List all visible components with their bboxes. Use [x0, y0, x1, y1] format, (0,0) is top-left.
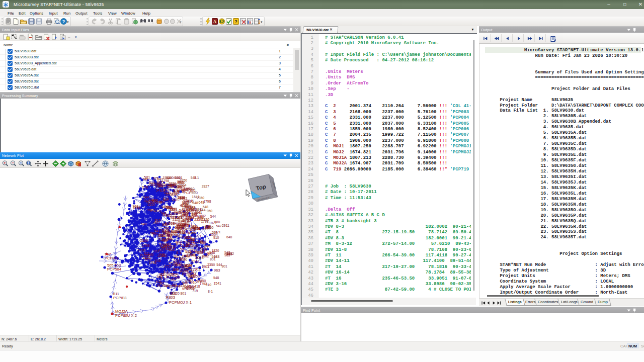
svg-text:544: 544: [210, 215, 216, 218]
svg-text:547: 547: [156, 189, 162, 192]
svg-text:2911: 2911: [196, 208, 203, 211]
svg-text:418: 418: [198, 215, 204, 219]
svg-text:2911: 2911: [193, 267, 201, 272]
svg-text:578: 578: [196, 280, 202, 283]
svg-text:?: ?: [62, 19, 65, 24]
svg-text:PCP944: PCP944: [166, 284, 180, 289]
svg-text:548: 548: [141, 222, 147, 226]
svg-text:2350: 2350: [140, 239, 148, 242]
svg-text:548: 548: [175, 263, 181, 266]
svg-text:2911: 2911: [187, 287, 195, 290]
svg-text:,: ,: [252, 20, 253, 25]
svg-text:8-1: 8-1: [208, 290, 213, 293]
svg-text:579: 579: [173, 189, 179, 193]
svg-text:2911: 2911: [169, 245, 176, 248]
svg-text:1798: 1798: [133, 206, 140, 209]
svg-text:548: 548: [213, 276, 219, 280]
svg-text:750: 750: [153, 221, 159, 225]
svg-text:418: 418: [183, 231, 189, 235]
svg-text:1021: 1021: [180, 212, 189, 217]
svg-text:1821: 1821: [186, 244, 193, 247]
svg-text:2350: 2350: [148, 183, 156, 187]
svg-text:2827: 2827: [176, 225, 184, 228]
svg-text:1798: 1798: [201, 220, 209, 223]
svg-text:910: 910: [213, 236, 219, 239]
svg-text:PCP564: PCP564: [107, 267, 121, 272]
svg-text:PCP80U X-2: PCP80U X-2: [115, 313, 137, 318]
svg-text:910: 910: [163, 188, 169, 192]
svg-text:PCP811: PCP811: [113, 296, 127, 300]
svg-text:4004: 4004: [180, 203, 189, 208]
svg-text:920: 920: [182, 208, 189, 212]
svg-text:581: 581: [144, 175, 150, 179]
svg-text:2110: 2110: [200, 248, 207, 251]
svg-text:566: 566: [150, 231, 156, 235]
svg-text:PCP590: PCP590: [184, 191, 198, 195]
svg-text:PCP544: PCP544: [182, 272, 196, 277]
svg-text:1798: 1798: [203, 200, 211, 203]
svg-text:547: 547: [216, 224, 222, 228]
svg-text:1798: 1798: [170, 207, 177, 211]
svg-text:544: 544: [180, 257, 186, 260]
svg-text:2911: 2911: [222, 224, 229, 227]
svg-text:2827: 2827: [184, 223, 192, 227]
svg-text:1798: 1798: [174, 230, 183, 234]
svg-text:548: 548: [163, 198, 169, 202]
svg-text:1020: 1020: [170, 212, 178, 215]
svg-text:1798: 1798: [149, 261, 156, 264]
svg-text:579: 579: [142, 186, 148, 189]
svg-text:544: 544: [212, 231, 218, 234]
svg-text:418: 418: [168, 230, 174, 234]
svg-text:963: 963: [214, 268, 220, 273]
svg-text:921: 921: [226, 252, 232, 256]
svg-text:941: 941: [161, 205, 167, 209]
svg-text:950: 950: [207, 209, 213, 213]
svg-text:910: 910: [206, 283, 212, 287]
svg-text:547: 547: [160, 245, 167, 249]
svg-text:PCP807: PCP807: [105, 256, 119, 260]
svg-text:910: 910: [153, 249, 159, 253]
svg-text:963: 963: [169, 222, 175, 225]
svg-text:1820: 1820: [178, 196, 185, 200]
svg-text:801: 801: [221, 264, 227, 268]
svg-text:PCP803: PCP803: [177, 235, 191, 239]
svg-text:544: 544: [182, 282, 188, 285]
svg-text:1753: 1753: [164, 264, 171, 268]
svg-text:1541: 1541: [192, 195, 199, 199]
svg-text:418: 418: [162, 239, 168, 242]
svg-text:648: 648: [193, 201, 199, 205]
svg-text:950: 950: [155, 182, 162, 186]
svg-text:PCPMOJ X-1: PCPMOJ X-1: [169, 300, 192, 305]
svg-text:719: 719: [198, 240, 204, 243]
svg-text:1820: 1820: [143, 256, 150, 259]
svg-text:1753: 1753: [172, 276, 180, 279]
svg-text:2350: 2350: [207, 263, 215, 266]
svg-text:A: A: [213, 19, 217, 24]
svg-text:921: 921: [144, 252, 150, 255]
svg-text:941: 941: [150, 209, 156, 212]
svg-text:8-1: 8-1: [205, 224, 210, 228]
svg-text:578: 578: [156, 280, 162, 284]
svg-text:648: 648: [226, 235, 232, 239]
svg-text:548: 548: [186, 267, 193, 272]
svg-text:1798: 1798: [142, 244, 149, 247]
svg-text:2004: 2004: [166, 193, 173, 196]
svg-text:566: 566: [175, 176, 181, 179]
svg-text:2911: 2911: [164, 183, 172, 187]
svg-text:544: 544: [211, 255, 217, 258]
svg-text:2827: 2827: [202, 185, 209, 188]
svg-text:801: 801: [181, 292, 187, 295]
svg-text:648: 648: [205, 244, 211, 248]
svg-text:R803: R803: [166, 295, 175, 300]
svg-text:553: 553: [160, 228, 167, 232]
svg-text:1020: 1020: [157, 254, 165, 257]
svg-text:547: 547: [157, 177, 164, 181]
svg-text:2110: 2110: [178, 180, 186, 184]
svg-text:566: 566: [193, 244, 199, 248]
svg-text:2350: 2350: [147, 203, 155, 206]
svg-text:548: 548: [156, 201, 162, 204]
svg-text:1753: 1753: [183, 218, 191, 223]
svg-text:418: 418: [172, 268, 178, 272]
svg-text:544: 544: [160, 211, 167, 215]
svg-text:544: 544: [143, 196, 149, 199]
